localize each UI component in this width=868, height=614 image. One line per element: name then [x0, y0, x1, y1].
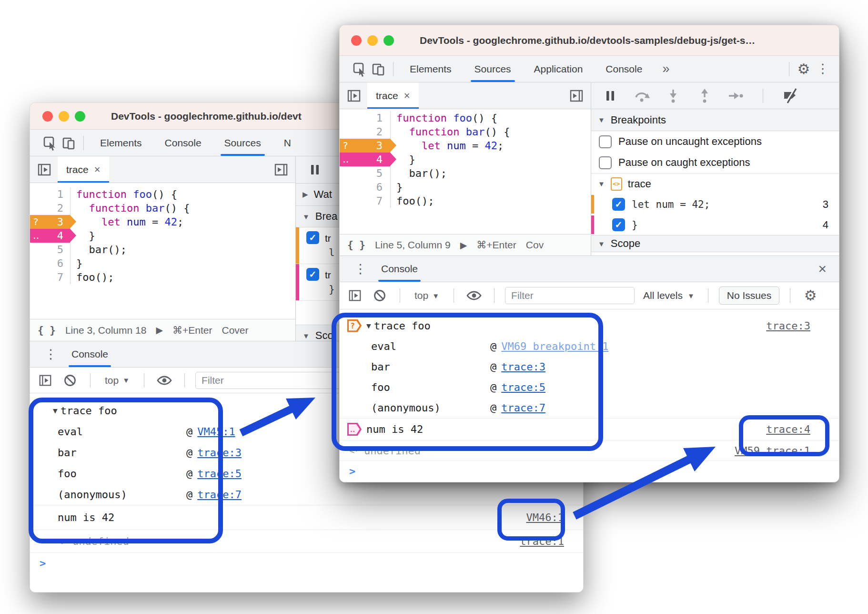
- breakpoint-file-group[interactable]: ▼ <> trace: [591, 173, 839, 194]
- breakpoint-checkbox[interactable]: ✓: [612, 198, 625, 211]
- device-toolbar-icon[interactable]: [369, 60, 388, 79]
- zoom-traffic-light[interactable]: [384, 35, 394, 46]
- console-sidebar-toggle-icon[interactable]: [36, 371, 55, 390]
- gutter-line-4[interactable]: ‥4: [340, 153, 390, 166]
- gutter-line-5[interactable]: 5: [30, 243, 70, 256]
- inspect-icon[interactable]: [350, 60, 369, 79]
- log-origin-link[interactable]: VM46:1: [526, 512, 564, 523]
- tab-console[interactable]: Console: [594, 56, 654, 82]
- gutter-line-3[interactable]: ?3: [30, 215, 70, 229]
- run-snippet-icon[interactable]: ▶: [156, 325, 163, 336]
- close-traffic-light[interactable]: [351, 35, 362, 46]
- no-issues-button[interactable]: No Issues: [719, 287, 779, 305]
- step-into-icon[interactable]: [664, 86, 683, 105]
- gutter-line-6[interactable]: 6: [30, 256, 70, 270]
- gutter-line-3[interactable]: ?3: [340, 139, 390, 153]
- gutter-line-2[interactable]: 2: [340, 125, 390, 139]
- clear-console-icon[interactable]: [370, 286, 389, 305]
- tab-network-clipped[interactable]: N: [273, 130, 303, 156]
- pause-icon[interactable]: [305, 160, 324, 179]
- eye-icon[interactable]: [464, 286, 484, 305]
- kebab-menu-icon[interactable]: ⋮: [347, 263, 373, 276]
- console-filter-input[interactable]: [195, 372, 362, 389]
- frame-location-link[interactable]: trace:5: [501, 381, 545, 393]
- gutter-line-7[interactable]: 7: [30, 270, 70, 284]
- clear-console-icon[interactable]: [61, 371, 80, 390]
- file-tab-close-icon[interactable]: ×: [94, 164, 101, 176]
- close-drawer-icon[interactable]: ×: [818, 261, 831, 277]
- gutter-line-7[interactable]: 7: [340, 194, 390, 208]
- kebab-menu-icon[interactable]: ⋮: [38, 348, 64, 361]
- pause-uncaught-checkbox[interactable]: ✓: [599, 135, 612, 148]
- deactivate-breakpoints-icon[interactable]: [780, 86, 799, 105]
- log-levels-selector[interactable]: All levels ▼: [640, 290, 697, 301]
- breakpoint-checkbox[interactable]: ✓: [306, 268, 319, 281]
- run-snippet-icon[interactable]: ▶: [460, 240, 467, 251]
- frame-location-link[interactable]: trace:7: [501, 402, 545, 414]
- console-filter-input[interactable]: [505, 287, 635, 304]
- navigator-toggle-icon[interactable]: [344, 86, 363, 105]
- result-origin-link[interactable]: VM59 trace:1: [735, 445, 810, 457]
- open-file-panel-icon[interactable]: [567, 86, 586, 105]
- tab-elements[interactable]: Elements: [89, 130, 153, 156]
- scope-section-header[interactable]: ▼Scope: [591, 235, 839, 252]
- expand-caret-icon[interactable]: ▼: [53, 406, 58, 415]
- gutter-line-6[interactable]: 6: [340, 180, 390, 194]
- frame-location-link[interactable]: VM45:1: [197, 426, 235, 438]
- coverage-label[interactable]: Cov: [526, 239, 544, 251]
- frame-location-link[interactable]: trace:5: [197, 468, 242, 480]
- coverage-label[interactable]: Cover: [222, 325, 248, 336]
- minimize-traffic-light[interactable]: [59, 111, 69, 122]
- console-drawer-tab[interactable]: Console: [64, 341, 116, 367]
- step-icon[interactable]: [727, 86, 746, 105]
- frame-location-link[interactable]: trace:3: [197, 447, 242, 459]
- navigator-toggle-icon[interactable]: [35, 160, 54, 179]
- console-drawer-tab[interactable]: Console: [373, 256, 425, 282]
- step-over-icon[interactable]: [632, 86, 651, 105]
- tab-application[interactable]: Application: [523, 56, 595, 82]
- minimize-traffic-light[interactable]: [367, 35, 378, 46]
- gutter-line-2[interactable]: 2: [30, 201, 70, 215]
- breakpoint-checkbox[interactable]: ✓: [612, 218, 625, 231]
- result-origin-link[interactable]: trace:1: [520, 535, 564, 547]
- console-settings-gear-icon[interactable]: ⚙: [801, 286, 820, 305]
- pause-caught-row[interactable]: ✓ Pause on caught exceptions: [591, 152, 839, 173]
- console-prompt-row[interactable]: >: [340, 460, 839, 481]
- frame-location-link[interactable]: trace:7: [197, 489, 242, 501]
- close-traffic-light[interactable]: [42, 111, 53, 122]
- main-menu-kebab-icon[interactable]: ⋮: [813, 60, 832, 79]
- console-prompt-row[interactable]: >: [30, 553, 583, 573]
- settings-gear-icon[interactable]: ⚙: [794, 60, 813, 79]
- console-group-row[interactable]: ? ▼ trace foo trace:3: [340, 315, 839, 336]
- pause-uncaught-row[interactable]: ✓ Pause on uncaught exceptions: [591, 131, 839, 152]
- device-toolbar-icon[interactable]: [60, 133, 79, 153]
- tab-sources[interactable]: Sources: [463, 56, 523, 82]
- context-selector[interactable]: top ▼: [101, 375, 133, 386]
- context-selector[interactable]: top ▼: [411, 290, 443, 301]
- eye-icon[interactable]: [155, 371, 174, 390]
- group-origin-link[interactable]: trace:3: [766, 320, 810, 332]
- frame-location-link[interactable]: trace:3: [501, 361, 545, 373]
- breakpoints-section-header[interactable]: ▼Breakpoints: [591, 109, 839, 131]
- console-sidebar-toggle-icon[interactable]: [345, 286, 364, 305]
- pretty-print-icon[interactable]: { }: [38, 325, 56, 336]
- breakpoint-item[interactable]: ✓ let num = 42; 3: [591, 194, 839, 215]
- gutter-line-4[interactable]: ‥4: [30, 229, 70, 243]
- file-tab-close-icon[interactable]: ×: [404, 90, 410, 102]
- frame-location-link[interactable]: VM69 breakpoint:1: [501, 340, 608, 352]
- gutter-line-1[interactable]: 1: [30, 187, 70, 201]
- tab-elements[interactable]: Elements: [398, 56, 463, 82]
- pause-icon[interactable]: [601, 86, 620, 105]
- open-file-panel-icon[interactable]: [272, 160, 291, 179]
- log-origin-link[interactable]: trace:4: [766, 423, 810, 435]
- file-tab-trace[interactable]: trace ×: [367, 82, 419, 109]
- breakpoint-checkbox[interactable]: ✓: [306, 231, 319, 244]
- breakpoint-item[interactable]: ✓ } 4: [591, 215, 839, 235]
- file-tab-trace[interactable]: trace ×: [58, 156, 109, 183]
- expand-caret-icon[interactable]: ▼: [366, 321, 371, 330]
- tab-console[interactable]: Console: [153, 130, 213, 156]
- pretty-print-icon[interactable]: { }: [347, 239, 365, 251]
- more-tabs-icon[interactable]: »: [654, 61, 678, 76]
- zoom-traffic-light[interactable]: [75, 111, 85, 122]
- gutter-line-5[interactable]: 5: [340, 166, 390, 180]
